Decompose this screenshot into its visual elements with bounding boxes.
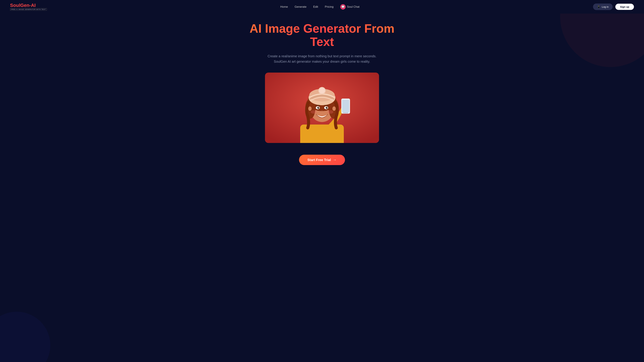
svg-point-21 xyxy=(310,110,317,114)
showcase-image xyxy=(265,72,379,143)
svg-rect-5 xyxy=(343,112,348,113)
svg-rect-4 xyxy=(342,100,349,112)
svg-point-19 xyxy=(318,107,319,108)
hero-subtitle-line1: Create a real/anime image from nothing b… xyxy=(268,54,376,58)
logo[interactable]: SoulGen-AI FREE AI IMAGE GENERATOR WITH … xyxy=(10,3,47,10)
svg-point-24 xyxy=(332,106,336,111)
svg-point-17 xyxy=(317,107,319,109)
svg-point-14 xyxy=(319,88,325,94)
start-trial-button[interactable]: Start Free Trial → xyxy=(299,155,345,165)
svg-point-22 xyxy=(327,110,334,114)
nav-pricing[interactable]: Pricing xyxy=(325,5,334,8)
nav-links: Home Generate Edit Pricing 💬 Soul Chat xyxy=(280,4,360,9)
soul-chat-icon: 💬 xyxy=(340,4,346,9)
login-button[interactable]: 📱 Log in xyxy=(593,3,613,10)
nav-edit[interactable]: Edit xyxy=(313,5,318,8)
nav-actions: 📱 Log in Sign up xyxy=(593,3,634,10)
showcase-container xyxy=(265,72,379,143)
arrow-icon: → xyxy=(333,158,336,162)
cta-section: Start Free Trial → xyxy=(0,151,644,168)
phone-icon: 📱 xyxy=(597,5,600,8)
hero-subtitle: Create a real/anime image from nothing b… xyxy=(268,53,376,64)
svg-point-23 xyxy=(308,106,312,111)
hero-subtitle-line2: SoulGen AI art generator makes your drea… xyxy=(274,60,370,63)
nav-home[interactable]: Home xyxy=(280,5,288,8)
svg-point-18 xyxy=(326,107,328,109)
showcase-svg xyxy=(265,72,379,143)
hero-section: AI Image Generator From Text Create a re… xyxy=(0,13,644,151)
hero-title: AI Image Generator From Text xyxy=(246,22,398,48)
nav-generate[interactable]: Generate xyxy=(295,5,306,8)
svg-point-20 xyxy=(327,107,327,108)
nav-soul-chat[interactable]: 💬 Soul Chat xyxy=(340,4,360,9)
logo-text: SoulGen-AI xyxy=(10,3,47,8)
navbar: SoulGen-AI FREE AI IMAGE GENERATOR WITH … xyxy=(0,0,644,13)
logo-subtitle: FREE AI IMAGE GENERATOR WITH TEXT xyxy=(10,8,47,10)
login-label: Log in xyxy=(602,5,608,8)
trial-button-label: Start Free Trial xyxy=(308,158,331,162)
soul-chat-label: Soul Chat xyxy=(347,5,360,8)
signup-button[interactable]: Sign up xyxy=(615,4,634,10)
